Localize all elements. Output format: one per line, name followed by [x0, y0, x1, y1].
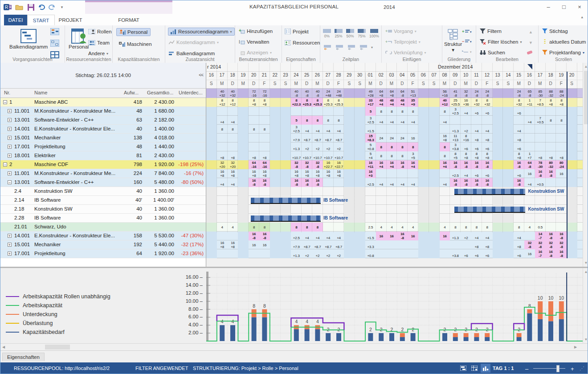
grid-cell[interactable]: +6 — [514, 107, 524, 116]
grid-cell[interactable]: 16-8 — [546, 249, 556, 258]
grid-cell[interactable]: +1.3 — [450, 125, 461, 134]
grid-cell[interactable]: +8.7 — [323, 134, 334, 142]
kapazitaet-personal-button[interactable]: Personal — [116, 28, 151, 36]
grid-cell[interactable]: +4 — [440, 116, 450, 125]
table-row[interactable]: +15.001Mechaniker1384 018.00 — [0, 134, 206, 142]
table-row[interactable]: +13.001Software-Entwickler - C++632 182.… — [0, 116, 206, 125]
grid-cell[interactable]: 16+11 — [365, 160, 376, 169]
grid-cell[interactable]: +2.5 — [365, 178, 376, 187]
grid-cell[interactable]: 85-30 — [535, 89, 546, 98]
progress-50%-button[interactable]: 50% — [346, 29, 354, 38]
hscroll-left-arrow[interactable]: ◀ — [2, 345, 5, 349]
grid-cell[interactable]: 8 — [249, 125, 259, 134]
grid-cell[interactable]: 8 — [334, 116, 344, 125]
network-view-icon[interactable] — [50, 28, 59, 35]
grid-cell[interactable]: +10.7 — [302, 151, 312, 160]
grid-cell[interactable]: 8 — [440, 107, 450, 116]
grid-cell[interactable]: 8 — [376, 107, 387, 116]
grid-cell[interactable]: 16+36 — [461, 98, 471, 107]
grid-cell[interactable]: 4 — [397, 223, 408, 232]
view-chart-icon[interactable] — [481, 364, 490, 373]
grid-cell[interactable]: +4 — [302, 232, 312, 240]
balkendiagramm-button[interactable]: Balkendiagramm — [9, 28, 48, 49]
grid-cell[interactable]: 8+5 — [450, 151, 461, 160]
grid-cell[interactable]: 7+8.5 — [535, 98, 546, 107]
grid-cell[interactable]: 16+8 — [302, 169, 312, 178]
grid-cell[interactable]: 32-8 — [524, 240, 535, 249]
grid-cell[interactable]: +8 — [514, 134, 524, 142]
grid-cell[interactable]: 16-8 — [482, 178, 493, 187]
expand-icon[interactable]: + — [8, 234, 12, 238]
col-unterdeckung[interactable]: Unterdec... — [179, 90, 203, 95]
grid-cell[interactable]: 8 — [471, 223, 482, 232]
day-column-header[interactable]: 07 — [429, 73, 440, 77]
projektanfang-button[interactable]: Projektanfang▾ — [542, 50, 584, 55]
grid-cell[interactable]: 8+25.3 — [302, 98, 312, 107]
zoom-in-button[interactable]: + — [571, 366, 574, 372]
grid-cell[interactable]: 8 — [312, 223, 323, 232]
grid-cell[interactable]: 24 — [387, 134, 397, 142]
grid-cell[interactable]: 64+8 — [387, 89, 397, 98]
grid-cell[interactable]: 49+28 — [365, 89, 376, 98]
grid-cell[interactable]: 8 — [397, 142, 408, 151]
grid-cell[interactable]: 51+13 — [408, 89, 418, 98]
grid-cell[interactable]: +4 — [312, 125, 323, 134]
grid-cell[interactable]: 8 — [376, 142, 387, 151]
grid-cell[interactable]: +6 — [471, 107, 482, 116]
grid-cell[interactable]: 33+17 — [365, 98, 376, 107]
grid-cell[interactable]: 4 — [217, 223, 228, 232]
grid-cell[interactable]: +4 — [461, 107, 471, 116]
grid-cell[interactable]: 8 — [259, 125, 270, 134]
grid-cell[interactable]: 35+9 — [408, 98, 418, 107]
grid-cell[interactable]: 8 — [217, 125, 228, 134]
grid-cell[interactable]: 16+22.7 — [323, 160, 334, 169]
tab-format[interactable]: FORMAT — [107, 15, 150, 25]
grid-cell[interactable]: 11+13 — [450, 134, 461, 142]
grid-cell[interactable]: +1.3 — [291, 249, 302, 258]
grid-cell[interactable]: 16+22.7 — [334, 160, 344, 169]
grid-cell[interactable]: 16-8 — [450, 178, 461, 187]
grid-cell[interactable]: 16+8 — [312, 169, 323, 178]
grid-cell[interactable]: 64-8 — [397, 89, 408, 98]
day-column-header[interactable]: 18 — [228, 73, 238, 77]
expand-icon[interactable]: + — [8, 118, 12, 122]
grid-cell[interactable]: 32+20 — [228, 160, 238, 169]
grid-cell[interactable]: 8+22.3 — [291, 98, 302, 107]
hscroll-thumb-left[interactable] — [45, 345, 70, 350]
grid-cell[interactable]: 16+3 — [365, 169, 376, 178]
rollen-button[interactable]: Rollen — [88, 29, 112, 34]
grid-cell[interactable]: 8 — [408, 142, 418, 151]
grid-cell[interactable]: 8+32 — [471, 98, 482, 107]
expand-icon[interactable]: + — [8, 243, 12, 247]
grid-cell[interactable]: +4 — [524, 178, 535, 187]
grid-cell[interactable]: +8 — [556, 151, 567, 160]
grid-cell[interactable]: 4 — [228, 223, 238, 232]
grid-cell[interactable]: +1.5 — [365, 232, 376, 240]
collapse-ribbon-icon[interactable]: ▴ — [581, 15, 583, 19]
grid-cell[interactable]: 64-16 — [259, 160, 270, 169]
grid-cell[interactable]: 16-8 — [249, 178, 259, 187]
grid-cell[interactable]: +8.7 — [302, 240, 312, 249]
grid-cell[interactable]: 40+32 — [217, 89, 228, 98]
day-column-header[interactable]: 19 — [556, 73, 567, 77]
gantt-bar[interactable] — [454, 189, 525, 195]
grid-cell[interactable]: 80-32 — [546, 160, 556, 169]
grid-cell[interactable]: +1.3 — [450, 232, 461, 240]
ressourcendiagramm-button[interactable]: Ressourcendiagramm▾ — [168, 28, 235, 36]
grid-cell[interactable]: 41-8 — [450, 89, 461, 98]
zoom-slider[interactable] — [533, 368, 565, 369]
table-row[interactable]: −1Maschine ABC4182 430.00 — [0, 98, 206, 107]
grid-cell[interactable]: +2 — [334, 142, 344, 151]
grid-cell[interactable]: 8 — [228, 125, 238, 134]
grid-cell[interactable]: 16-8 — [556, 249, 567, 258]
grid-cell[interactable]: 1+7 — [524, 151, 535, 160]
schedule-tool-icon[interactable] — [347, 44, 356, 50]
grid-cell[interactable]: +0.8 — [365, 249, 376, 258]
grid-cell[interactable]: 32-8 — [291, 160, 302, 169]
grid-cell[interactable]: 56+16 — [440, 89, 450, 98]
grid-cell[interactable]: +3.8 — [450, 249, 461, 258]
grid-cell[interactable]: +4 — [387, 178, 397, 187]
grid-cell[interactable]: +1.3 — [291, 142, 302, 151]
grid-cell[interactable]: 16+4 — [387, 160, 397, 169]
grid-cell[interactable]: 25+25.5 — [450, 98, 461, 107]
